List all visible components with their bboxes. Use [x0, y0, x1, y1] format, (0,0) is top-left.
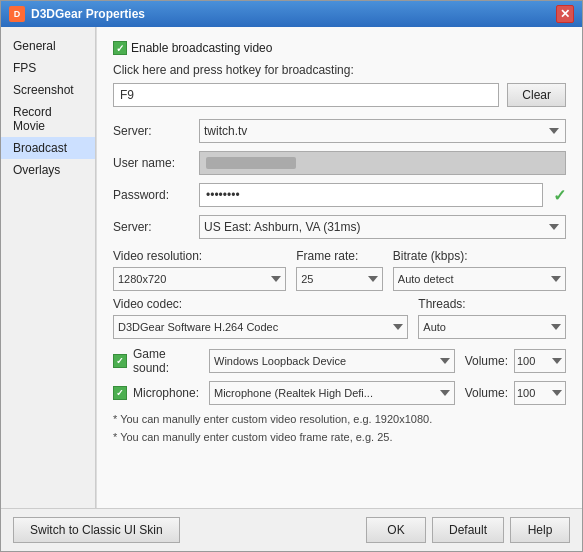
frame-rate-select[interactable]: 25 30 60 — [296, 267, 383, 291]
hotkey-row: Clear — [113, 83, 566, 107]
main-window: D D3DGear Properties ✕ General FPS Scree… — [0, 0, 583, 552]
password-row: Password: ✓ — [113, 183, 566, 207]
codec-row: Video codec: D3DGear Software H.264 Code… — [113, 297, 566, 339]
video-codec-label: Video codec: — [113, 297, 408, 311]
classic-skin-button[interactable]: Switch to Classic UI Skin — [13, 517, 180, 543]
game-sound-select[interactable]: Windows Loopback Device — [209, 349, 455, 373]
enable-broadcasting-label: Enable broadcasting video — [131, 41, 272, 55]
threads-select[interactable]: Auto 1 2 4 — [418, 315, 566, 339]
sidebar-item-fps[interactable]: FPS — [1, 57, 95, 79]
password-label: Password: — [113, 188, 193, 202]
title-bar: D D3DGear Properties ✕ — [1, 1, 582, 27]
game-sound-row: ✓ Game sound: Windows Loopback Device Vo… — [113, 347, 566, 375]
game-sound-volume-label: Volume: — [465, 354, 508, 368]
sidebar-item-general[interactable]: General — [1, 35, 95, 57]
app-icon: D — [9, 6, 25, 22]
bitrate-select[interactable]: Auto detect 1000 2000 3000 — [393, 267, 566, 291]
sidebar-item-screenshot[interactable]: Screenshot — [1, 79, 95, 101]
server-label: Server: — [113, 124, 193, 138]
game-sound-volume-select[interactable]: 100 75 50 — [514, 349, 566, 373]
footer: Switch to Classic UI Skin OK Default Hel… — [1, 508, 582, 551]
sidebar-item-overlays[interactable]: Overlays — [1, 159, 95, 181]
frame-rate-label: Frame rate: — [296, 249, 383, 263]
content-area: General FPS Screenshot Record Movie Broa… — [1, 27, 582, 508]
sidebar: General FPS Screenshot Record Movie Broa… — [1, 27, 96, 508]
sidebar-item-broadcast[interactable]: Broadcast — [1, 137, 95, 159]
server-row: Server: twitch.tv — [113, 119, 566, 143]
resolution-col: Video resolution: 1280x720 1920x1080 854… — [113, 249, 286, 291]
default-button[interactable]: Default — [432, 517, 504, 543]
footer-right-buttons: OK Default Help — [366, 517, 570, 543]
game-sound-checkbox[interactable]: ✓ — [113, 354, 127, 368]
help-button[interactable]: Help — [510, 517, 570, 543]
clear-button[interactable]: Clear — [507, 83, 566, 107]
video-resolution-label: Video resolution: — [113, 249, 286, 263]
microphone-checkbox[interactable]: ✓ — [113, 386, 127, 400]
hint1: * You can manully enter custom video res… — [113, 411, 566, 429]
hint-text-area: * You can manully enter custom video res… — [113, 411, 566, 446]
microphone-volume-select[interactable]: 100 75 50 — [514, 381, 566, 405]
password-input[interactable] — [199, 183, 543, 207]
title-bar-left: D D3DGear Properties — [9, 6, 145, 22]
microphone-volume-label: Volume: — [465, 386, 508, 400]
hint2: * You can manully enter custom video fra… — [113, 429, 566, 447]
video-codec-select[interactable]: D3DGear Software H.264 Codec — [113, 315, 408, 339]
microphone-row: ✓ Microphone: Microphone (Realtek High D… — [113, 381, 566, 405]
server-select[interactable]: twitch.tv — [199, 119, 566, 143]
threads-col: Threads: Auto 1 2 4 — [418, 297, 566, 339]
enable-broadcasting-row: ✓ Enable broadcasting video — [113, 41, 566, 55]
game-sound-label: Game sound: — [133, 347, 203, 375]
password-valid-icon: ✓ — [553, 186, 566, 205]
main-panel: ✓ Enable broadcasting video Click here a… — [96, 27, 582, 508]
video-resolution-select[interactable]: 1280x720 1920x1080 854x480 — [113, 267, 286, 291]
bitrate-label: Bitrate (kbps): — [393, 249, 566, 263]
server2-row: Server: US East: Ashburn, VA (31ms) — [113, 215, 566, 239]
microphone-select[interactable]: Microphone (Realtek High Defi... — [209, 381, 455, 405]
codec-col: Video codec: D3DGear Software H.264 Code… — [113, 297, 408, 339]
microphone-label: Microphone: — [133, 386, 203, 400]
window-title: D3DGear Properties — [31, 7, 145, 21]
close-button[interactable]: ✕ — [556, 5, 574, 23]
server2-label: Server: — [113, 220, 193, 234]
username-label: User name: — [113, 156, 193, 170]
username-row: User name: — [113, 151, 566, 175]
ok-button[interactable]: OK — [366, 517, 426, 543]
hotkey-section-label: Click here and press hotkey for broadcas… — [113, 63, 566, 77]
framerate-col: Frame rate: 25 30 60 — [296, 249, 383, 291]
sidebar-item-record-movie[interactable]: Record Movie — [1, 101, 95, 137]
hotkey-input[interactable] — [113, 83, 499, 107]
threads-label: Threads: — [418, 297, 566, 311]
bitrate-col: Bitrate (kbps): Auto detect 1000 2000 30… — [393, 249, 566, 291]
video-labels-row: Video resolution: 1280x720 1920x1080 854… — [113, 249, 566, 291]
enable-broadcasting-checkbox[interactable]: ✓ — [113, 41, 127, 55]
server2-select[interactable]: US East: Ashburn, VA (31ms) — [199, 215, 566, 239]
